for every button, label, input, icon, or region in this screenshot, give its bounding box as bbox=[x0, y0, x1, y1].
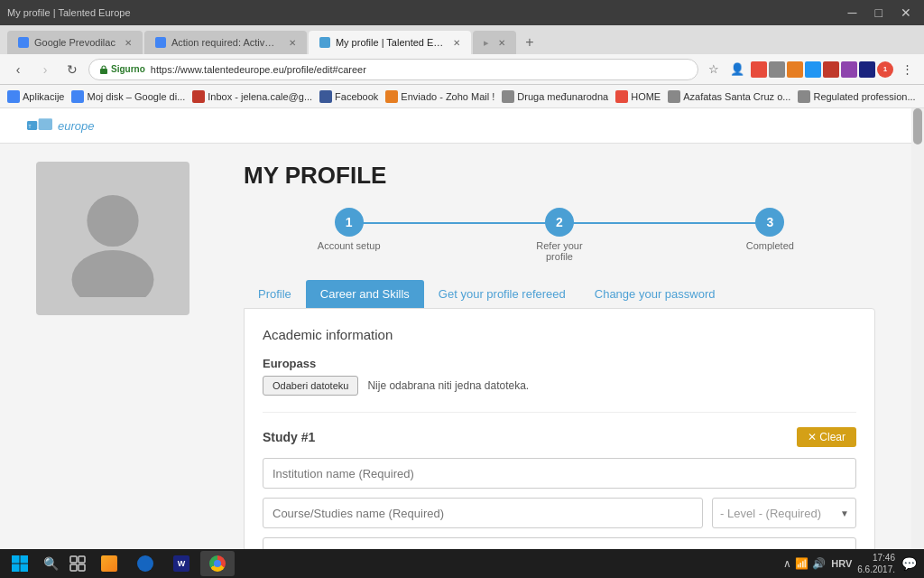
course-level-row: - Level - (Required) bbox=[263, 498, 856, 528]
bookmark-druga[interactable]: Druga međunarodna bbox=[502, 90, 608, 103]
forward-button[interactable]: › bbox=[34, 59, 56, 80]
tab-close-3[interactable]: ✕ bbox=[453, 38, 460, 48]
bookmark-icon-2 bbox=[71, 90, 84, 103]
notification-button[interactable]: 💬 bbox=[901, 555, 917, 572]
bookmark-label-4: Facebook bbox=[335, 91, 378, 102]
tab-favicon-1 bbox=[18, 37, 29, 48]
svg-rect-2 bbox=[39, 118, 52, 130]
bookmark-apps[interactable]: Aplikacije bbox=[7, 90, 64, 103]
window-title: My profile | Talented Europe bbox=[7, 7, 131, 18]
network-icon[interactable]: 📶 bbox=[795, 557, 808, 570]
ext-icon-8[interactable]: 1 bbox=[877, 61, 893, 78]
volume-icon[interactable]: 🔊 bbox=[812, 557, 826, 570]
svg-rect-12 bbox=[70, 564, 77, 571]
tab-career[interactable]: Career and Skills bbox=[306, 280, 424, 308]
bookmark-facebook[interactable]: Facebook bbox=[319, 90, 378, 103]
section-academic-title: Academic information bbox=[263, 327, 856, 342]
tab-bar: Google Prevodilac ✕ Action required: Act… bbox=[0, 25, 924, 54]
main-container: MY PROFILE 1 Account setup 2 bbox=[0, 144, 911, 578]
close-button[interactable]: ✕ bbox=[895, 5, 917, 20]
tab-close-4[interactable]: ✕ bbox=[498, 38, 505, 48]
ext-icon-3[interactable] bbox=[787, 61, 803, 78]
svg-text:T: T bbox=[28, 125, 31, 129]
star-icon[interactable]: ☆ bbox=[704, 60, 724, 79]
clear-button[interactable]: ✕ Clear bbox=[797, 427, 856, 447]
language-indicator[interactable]: HRV bbox=[831, 558, 852, 569]
browser-tab-4[interactable]: ▸ ✕ bbox=[473, 31, 516, 54]
tab-close-2[interactable]: ✕ bbox=[289, 38, 296, 48]
ext-icon-6[interactable] bbox=[841, 61, 857, 78]
tab-password[interactable]: Change your password bbox=[580, 280, 730, 308]
tab-label-4: ▸ bbox=[484, 37, 489, 49]
level-select[interactable]: - Level - (Required) bbox=[712, 498, 856, 528]
bookmark-icon-3 bbox=[192, 90, 205, 103]
institution-input[interactable] bbox=[263, 458, 856, 489]
institution-field-group bbox=[263, 458, 856, 489]
secure-badge: Sigurno bbox=[98, 64, 145, 75]
svg-rect-0 bbox=[100, 69, 107, 74]
bookmark-label-5: Enviado - Zoho Mail ! bbox=[401, 91, 494, 102]
scrollbar[interactable] bbox=[911, 108, 924, 578]
bookmark-icon-8 bbox=[668, 90, 680, 103]
tab-label-1: Google Prevodilac bbox=[34, 37, 116, 48]
avatar bbox=[36, 162, 189, 315]
ext-icon-5[interactable] bbox=[823, 61, 839, 78]
task-view-button[interactable] bbox=[65, 551, 90, 576]
extension-icons: 1 bbox=[751, 61, 893, 78]
person-icon[interactable]: 👤 bbox=[727, 60, 747, 79]
tab-refer[interactable]: Get your profile refereed bbox=[424, 280, 580, 308]
title-bar: My profile | Talented Europe ─ □ ✕ bbox=[0, 0, 924, 25]
logo-icon: T bbox=[27, 116, 52, 135]
bookmark-inbox[interactable]: Inbox - jelena.cale@g... bbox=[192, 90, 312, 103]
step-label-3: Completed bbox=[746, 240, 794, 251]
profile-tabs: Profile Career and Skills Get your profi… bbox=[244, 280, 875, 308]
taskbar-clock[interactable]: 17:46 6.6.2017. bbox=[857, 552, 895, 575]
taskbar-app-chrome[interactable] bbox=[200, 551, 235, 576]
logo-text: europe bbox=[58, 119, 94, 133]
taskbar-app-edge[interactable] bbox=[128, 551, 162, 576]
address-bar[interactable]: Sigurno https://www.talentedeurope.eu/pr… bbox=[88, 59, 698, 80]
ext-icon-1[interactable] bbox=[751, 61, 767, 78]
logo-area: T europe bbox=[27, 116, 884, 135]
tray-up-arrow[interactable]: ∧ bbox=[783, 557, 791, 570]
bookmark-azafatas[interactable]: Azafatas Santa Cruz o... bbox=[668, 90, 790, 103]
browser-tab-1[interactable]: Google Prevodilac ✕ bbox=[7, 31, 143, 54]
svg-rect-9 bbox=[21, 564, 29, 573]
bookmark-zoho[interactable]: Enviado - Zoho Mail ! bbox=[385, 90, 494, 103]
bookmark-label-9: Regulated profession... bbox=[813, 91, 915, 102]
bookmark-regulated[interactable]: Regulated profession... bbox=[798, 90, 915, 103]
svg-rect-6 bbox=[12, 555, 20, 564]
site-header: T europe bbox=[0, 108, 911, 144]
taskbar-app-word[interactable]: W bbox=[164, 551, 199, 576]
browser-tab-3[interactable]: My profile | Talented Eur... ✕ bbox=[309, 31, 471, 54]
europass-file-button[interactable]: Odaberi datoteku bbox=[263, 376, 358, 396]
ext-icon-4[interactable] bbox=[805, 61, 821, 78]
taskbar-app-file-explorer[interactable] bbox=[92, 551, 126, 576]
tab-profile[interactable]: Profile bbox=[244, 280, 306, 308]
bookmark-label-8: Azafatas Santa Cruz o... bbox=[683, 91, 790, 102]
back-button[interactable]: ‹ bbox=[7, 59, 29, 80]
reload-button[interactable]: ↻ bbox=[61, 59, 83, 80]
scrollbar-thumb[interactable] bbox=[913, 108, 922, 144]
menu-icon[interactable]: ⋮ bbox=[897, 60, 917, 79]
taskbar-search-button[interactable]: 🔍 bbox=[38, 551, 63, 576]
minimize-button[interactable]: ─ bbox=[843, 5, 863, 20]
bookmark-label-3: Inbox - jelena.cale@g... bbox=[208, 91, 312, 102]
chrome-icon bbox=[209, 555, 226, 572]
maximize-button[interactable]: □ bbox=[870, 5, 888, 20]
start-button[interactable] bbox=[4, 551, 36, 576]
ext-icon-2[interactable] bbox=[769, 61, 785, 78]
step-label-2: Refer your profile bbox=[523, 240, 596, 262]
browser-tab-2[interactable]: Action required: Activat... ✕ bbox=[144, 31, 307, 54]
bookmark-drive[interactable]: Moj disk – Google di... bbox=[71, 90, 185, 103]
windows-logo-icon bbox=[11, 555, 29, 573]
ext-icon-7[interactable] bbox=[859, 61, 875, 78]
steps-wizard: 1 Account setup 2 Refer your profile bbox=[244, 208, 875, 262]
svg-rect-8 bbox=[12, 564, 20, 573]
course-input[interactable] bbox=[263, 498, 703, 528]
bookmark-home[interactable]: HOME bbox=[615, 90, 661, 103]
europass-no-file: Nije odabrana niti jedna datoteka. bbox=[367, 379, 529, 392]
tab-close-1[interactable]: ✕ bbox=[125, 38, 132, 48]
bookmark-label-1: Aplikacije bbox=[23, 91, 64, 102]
new-tab-button[interactable]: + bbox=[518, 31, 541, 54]
